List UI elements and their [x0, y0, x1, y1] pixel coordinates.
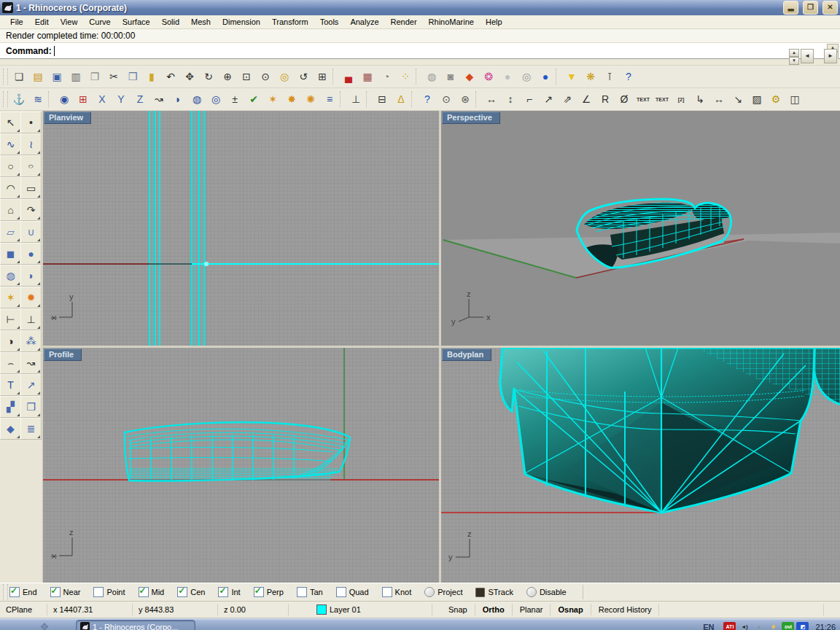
taskbar-rhino-button[interactable]: 1 - Rhinoceros (Corpo... [76, 620, 195, 630]
undo-button[interactable]: ↶ [161, 68, 180, 85]
dim-vertical-button[interactable]: ↕ [501, 90, 520, 108]
profile-title-tab[interactable]: Profile [44, 349, 82, 361]
toolbar-grip[interactable] [3, 69, 8, 85]
split-tool[interactable]: ⊥ [20, 308, 42, 330]
osnap-near[interactable]: Near [50, 587, 81, 597]
cut-button[interactable]: ✂ [104, 68, 123, 85]
text-button[interactable]: TEXT [634, 90, 653, 108]
menu-solid[interactable]: Solid [156, 17, 185, 27]
tube-button[interactable]: ◎ [206, 90, 225, 108]
osnap-grip[interactable] [3, 584, 8, 600]
text-tool[interactable]: T [0, 374, 21, 396]
undo-view-button[interactable]: ↺ [294, 68, 313, 85]
note-button[interactable]: [2] [672, 90, 691, 108]
viewport-profile[interactable]: z Profile [43, 348, 439, 583]
cplane-field[interactable]: CPlane [0, 604, 47, 615]
print-button[interactable]: ▥ [66, 68, 85, 85]
points-obj-tool[interactable]: ⁂ [20, 330, 42, 352]
help2-button[interactable]: ? [418, 90, 437, 108]
toolbar-button[interactable] [411, 91, 417, 107]
command-line[interactable]: Command: ▲ ▼ [0, 43, 840, 59]
curve-edit-tool[interactable]: ↷ [20, 199, 42, 221]
title-bar[interactable]: 1 - Rhinoceros (Corporate) ▂ ❐ ✕ [0, 0, 840, 15]
box-wire-button[interactable]: ◫ [785, 90, 804, 108]
lock-button[interactable]: ◙ [441, 68, 460, 85]
osnap-int[interactable]: Int [218, 587, 240, 597]
updown-up-icon[interactable]: ▲ [789, 49, 799, 57]
menu-surface[interactable]: Surface [117, 17, 156, 27]
marine-hydrostatics-button[interactable]: ⚓ [9, 90, 28, 108]
curve-eye-button[interactable]: ◉ [55, 90, 74, 108]
layer-color-swatch[interactable] [316, 604, 327, 615]
windows-flag-icon[interactable]: ❖ [34, 621, 55, 630]
curve-cp-tool[interactable]: ∿ [0, 133, 21, 155]
panel-grid-button[interactable]: ⊞ [74, 90, 93, 108]
dim-diameter-button[interactable]: Ø [615, 90, 634, 108]
shade-button[interactable]: ◔ [377, 68, 396, 85]
toggle-planar[interactable]: Planar [513, 604, 551, 615]
circle-tool[interactable]: ○ [0, 155, 21, 177]
dim-arrow2-button[interactable]: ⇗ [558, 90, 577, 108]
surface-plane-tool[interactable]: ▱ [0, 221, 21, 243]
point-tool[interactable]: • [20, 112, 42, 133]
new-file-button[interactable]: ❏ [9, 68, 28, 85]
extend-tool[interactable]: ↝ [20, 352, 42, 374]
menu-curve[interactable]: Curve [83, 17, 116, 27]
hull-shade-button[interactable]: ◗ [168, 90, 187, 108]
tray-bolt-icon[interactable]: ⚡ [767, 622, 779, 630]
osnap-quad[interactable]: Quad [336, 587, 369, 597]
dim-arrow1-button[interactable]: ↗ [539, 90, 558, 108]
marine-hull-button[interactable]: ≋ [28, 90, 47, 108]
unroll-z-button[interactable]: Z [131, 90, 149, 108]
dim-radius-button[interactable]: R [596, 90, 615, 108]
point-edit-button[interactable]: ⁘ [396, 68, 415, 85]
render-button[interactable]: ▄ [339, 68, 358, 85]
bodyplan-title-tab[interactable]: Bodyplan [442, 349, 491, 361]
blocks-tool[interactable]: ▞ [0, 396, 21, 418]
toggle-snap[interactable]: Snap [441, 604, 475, 615]
perspective-title-tab[interactable]: Perspective [442, 112, 500, 124]
sphere-wire-button[interactable]: ◎ [517, 68, 536, 85]
toolbar-button[interactable] [48, 91, 54, 107]
toggle-osnap[interactable]: Osnap [551, 604, 591, 615]
hatch-button[interactable]: ▨ [747, 90, 766, 108]
gears-button[interactable]: ❋ [581, 68, 600, 85]
menu-render[interactable]: Render [385, 17, 423, 27]
zoom-window-button[interactable]: ⊡ [237, 68, 256, 85]
updown-down-icon[interactable]: ▼ [789, 57, 799, 65]
dim-corner-button[interactable]: ⌐ [520, 90, 539, 108]
zoom-selected-button[interactable]: ◎ [275, 68, 294, 85]
toolbar-button[interactable] [416, 69, 421, 85]
tray-ati-icon[interactable]: ATI [723, 622, 736, 630]
osnap-knot[interactable]: Knot [382, 587, 412, 597]
clock[interactable]: 21:26 [815, 623, 836, 630]
osnap-point[interactable]: Point [93, 587, 125, 597]
dim-linear-button[interactable]: ↔ [482, 90, 501, 108]
unroll-y-button[interactable]: Y [112, 90, 131, 108]
search-lock-button[interactable]: ⊛ [456, 90, 475, 108]
render-preview-button[interactable]: ▦ [358, 68, 377, 85]
viewport-bodyplan[interactable]: z y Bodyplan [441, 348, 840, 583]
text-edit-button[interactable]: TEXT [653, 90, 672, 108]
toolbar-grip[interactable] [3, 91, 8, 107]
dim-edit-button[interactable]: ⊺ [600, 68, 619, 85]
cone-flag-button[interactable]: ▼ [562, 68, 581, 85]
rotate-view-button[interactable]: ↻ [199, 68, 218, 85]
restore-button[interactable]: ❐ [803, 1, 818, 15]
save-button[interactable]: ▣ [47, 68, 66, 85]
copy-button[interactable]: ❒ [123, 68, 142, 85]
menu-tools[interactable]: Tools [314, 17, 345, 27]
sections-button[interactable]: ≡ [320, 90, 339, 108]
balance-button[interactable]: Δ [392, 90, 411, 108]
open-file-button[interactable]: ▤ [28, 68, 47, 85]
osnap-tan[interactable]: Tan [297, 587, 323, 597]
command-prev-button[interactable]: ◄ [801, 49, 814, 63]
tray-cc-icon[interactable]: ◩ [796, 622, 809, 630]
sphere-tool[interactable]: ● [20, 243, 42, 265]
osnap-mid[interactable]: Mid [139, 587, 165, 597]
osnap-project[interactable]: Project [424, 587, 462, 597]
close-button[interactable]: ✕ [822, 1, 838, 15]
viewport-layout-button[interactable]: ⊞ [313, 68, 332, 85]
boolean-tool[interactable]: ◑ [0, 330, 21, 352]
tray-volume-icon[interactable]: ◄) [738, 622, 750, 630]
